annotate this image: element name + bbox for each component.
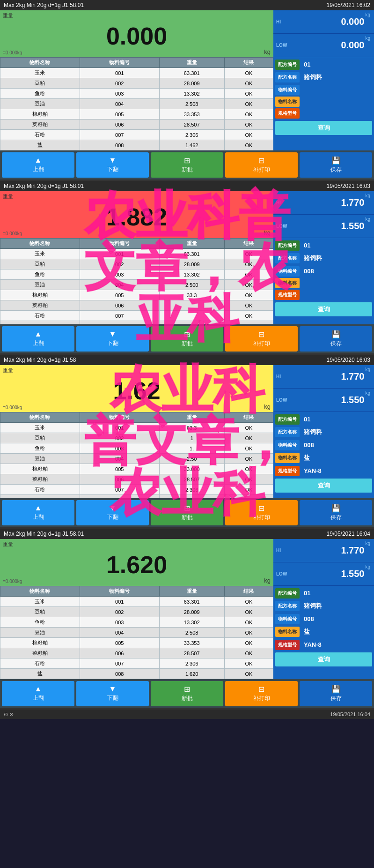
table-header: 物料编号: [80, 239, 159, 249]
table-row: 鱼粉00313.302OK: [0, 89, 273, 99]
info-row: 配方编号01: [275, 240, 372, 251]
data-table-section: 物料名称物料编号重量结果玉米00163.301OK豆粕00228.009OK鱼粉…: [0, 57, 273, 150]
table-row: 鱼粉00313.302OK: [0, 617, 273, 628]
action-button-保存[interactable]: 💾 保存: [300, 152, 372, 178]
hi-label: HI: [276, 19, 281, 24]
action-button-新批[interactable]: ⊞ 新批: [151, 326, 223, 352]
info-label-btn[interactable]: 物料名称: [275, 278, 300, 288]
table-header: 物料名称: [0, 412, 80, 423]
query-button[interactable]: 查询: [275, 302, 372, 316]
screen-panel-panel3: Max 2kg Min 20g d=1g J1.58 19/05/2020 16…: [0, 355, 374, 529]
table-cell: OK: [224, 120, 273, 130]
info-label-btn[interactable]: 配方编号: [275, 588, 300, 599]
action-button-上翻[interactable]: ▲ 上翻: [2, 152, 74, 178]
info-label-btn[interactable]: 配方名称: [275, 427, 300, 437]
action-button-下翻[interactable]: ▼ 下翻: [76, 152, 149, 178]
info-row: 配方名称猪饲料: [275, 600, 372, 612]
table-cell: 003: [80, 617, 159, 628]
info-label-btn[interactable]: 配方编号: [275, 414, 300, 425]
info-label-btn[interactable]: 配方名称: [275, 253, 300, 263]
info-row: 物料编号008: [275, 266, 372, 277]
status-bar: ⊙ ⊘ 19/05/2021 16:04: [0, 710, 374, 719]
action-button-补打印[interactable]: ⊟ 补打印: [225, 326, 298, 352]
table-cell: 鱼粉: [0, 443, 80, 454]
button-label: 新批: [182, 166, 193, 174]
query-button[interactable]: 查询: [275, 121, 372, 135]
table-row: 菜籽粕00628.507OK: [0, 648, 273, 658]
action-button-上翻[interactable]: ▲ 上翻: [2, 681, 74, 706]
table-header: 物料名称: [0, 239, 80, 249]
action-button-补打印[interactable]: ⊟ 补打印: [225, 152, 298, 178]
right-info-panel: 配方编号01配方名称猪饲料物料编号008物料名称规格型号查询: [273, 238, 374, 324]
info-label-btn[interactable]: 配方编号: [275, 60, 300, 70]
button-icon: ▲: [35, 685, 42, 693]
action-button-下翻[interactable]: ▼ 下翻: [76, 326, 149, 352]
table-cell: 004: [80, 280, 159, 290]
info-label-btn[interactable]: 物料名称: [275, 627, 300, 637]
action-button-下翻[interactable]: ▼ 下翻: [76, 500, 149, 525]
info-label-btn[interactable]: 物料名称: [275, 97, 300, 107]
screen-panel-panel2: Max 2kg Min 20g d=1g J1.58.01 19/05/2021…: [0, 181, 374, 355]
table-cell: [159, 321, 224, 324]
action-button-新批[interactable]: ⊞ 新批: [151, 152, 223, 178]
button-icon: ⊟: [258, 156, 264, 165]
query-button[interactable]: 查询: [275, 479, 372, 493]
info-label-btn[interactable]: 规格型号: [275, 640, 300, 650]
button-icon: ⊟: [258, 504, 264, 513]
button-label: 下翻: [107, 513, 118, 521]
table-cell: 001: [80, 249, 159, 259]
table-cell: 1: [159, 433, 224, 443]
table-cell: 004: [80, 99, 159, 109]
action-button-保存[interactable]: 💾 保存: [300, 681, 372, 706]
table-cell: 33.353: [159, 109, 224, 120]
hi-unit: kg: [365, 193, 370, 198]
hi-unit: kg: [365, 367, 370, 372]
info-label-btn[interactable]: 规格型号: [275, 466, 300, 476]
action-button-新批[interactable]: ⊞ 新批: [151, 500, 223, 525]
table-cell: 001: [80, 68, 159, 78]
weight-side-panel: HI 1.770 kg LOW 1.550 kg: [273, 191, 374, 238]
info-label-btn[interactable]: 物料名称: [275, 453, 300, 463]
info-label-btn[interactable]: 配方名称: [275, 72, 300, 82]
hi-value: 0.000: [341, 16, 364, 27]
hi-weight-display: HI 0.000 kg: [273, 10, 374, 34]
table-cell: 玉米: [0, 249, 80, 259]
info-label-btn[interactable]: 物料编号: [275, 614, 300, 624]
action-button-补打印[interactable]: ⊟ 补打印: [225, 500, 298, 525]
action-button-保存[interactable]: 💾 保存: [300, 326, 372, 352]
table-row: 棉籽粕00533.3OK: [0, 290, 273, 300]
hi-value: 1.770: [341, 545, 364, 556]
low-weight-display: LOW 0.000 kg: [273, 34, 374, 57]
query-button[interactable]: 查询: [275, 652, 372, 666]
info-label-btn[interactable]: 物料编号: [275, 266, 300, 277]
action-button-上翻[interactable]: ▲ 上翻: [2, 326, 74, 352]
weight-area: 重量 1.882 =0.000kg kg HI 1.770 kg LOW 1.5…: [0, 191, 374, 238]
info-label-btn[interactable]: 规格型号: [275, 108, 300, 119]
table-cell: 2.306: [159, 658, 224, 669]
button-label: 下翻: [107, 339, 118, 347]
info-label-btn[interactable]: 配方编号: [275, 240, 300, 251]
info-label-btn[interactable]: 物料编号: [275, 440, 300, 450]
action-button-补打印[interactable]: ⊟ 补打印: [225, 681, 298, 706]
action-button-上翻[interactable]: ▲ 上翻: [2, 500, 74, 525]
table-header: 物料编号: [80, 412, 159, 423]
table-row: 棉籽粕00533.353OK: [0, 638, 273, 648]
table-row: 石粉0072.306OK: [0, 485, 273, 495]
button-label: 上翻: [33, 513, 44, 521]
info-value: [301, 100, 307, 104]
info-label-btn[interactable]: 规格型号: [275, 290, 300, 300]
table-row: 豆油0042.500OK: [0, 280, 273, 290]
action-button-新批[interactable]: ⊞ 新批: [151, 681, 223, 706]
table-cell: 豆粕: [0, 78, 80, 89]
action-button-下翻[interactable]: ▼ 下翻: [76, 681, 149, 706]
table-row: 豆粕00228.009OK: [0, 78, 273, 89]
screen-panel-panel1: Max 2kg Min 20g d=1g J1.58.01 19/05/2021…: [0, 0, 374, 181]
info-value: 猪饲料: [301, 600, 325, 612]
info-label-btn[interactable]: 物料编号: [275, 85, 300, 95]
table-header: 结果: [224, 586, 273, 597]
action-button-保存[interactable]: 💾 保存: [300, 500, 372, 525]
info-row: 规格型号YAN-8: [275, 639, 372, 650]
info-label-btn[interactable]: 配方名称: [275, 601, 300, 611]
info-value: 盐: [301, 626, 313, 638]
table-cell: 28.009: [159, 259, 224, 269]
